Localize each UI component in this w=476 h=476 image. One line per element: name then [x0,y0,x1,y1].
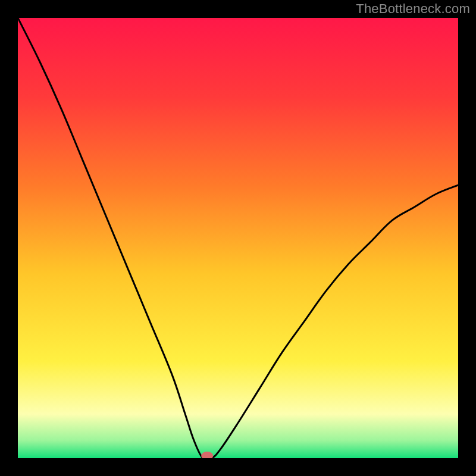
gradient-background [18,18,458,458]
chart-svg [18,18,458,458]
chart-frame: TheBottleneck.com [0,0,476,476]
watermark-text: TheBottleneck.com [356,1,470,17]
plot-area [18,18,458,458]
